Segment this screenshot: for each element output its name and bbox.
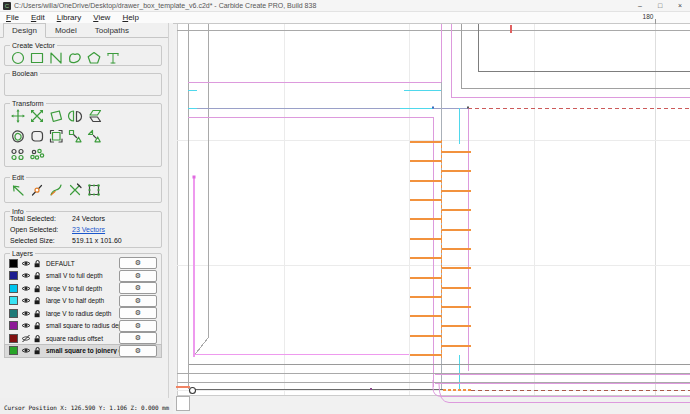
align-tool-icon[interactable] <box>67 128 83 144</box>
fillet-tool-icon[interactable] <box>29 128 45 144</box>
window-controls: – □ × <box>630 0 690 11</box>
lock-icon[interactable] <box>33 346 42 355</box>
align-distribute-tool-icon[interactable] <box>86 128 102 144</box>
trim-tool-icon[interactable] <box>48 128 64 144</box>
eye-visible-icon[interactable] <box>21 271 31 280</box>
scale-tool-icon[interactable] <box>29 108 45 124</box>
title-bar: C C:/Users/willa/OneDrive/Desktop/drawer… <box>0 0 690 12</box>
lock-icon[interactable] <box>33 284 42 293</box>
polygon-tool-icon[interactable] <box>86 50 102 66</box>
layer-color-swatch[interactable] <box>9 309 18 318</box>
curve-tool-icon[interactable] <box>67 50 83 66</box>
flip-tool-icon[interactable] <box>86 108 102 124</box>
lock-icon[interactable] <box>33 259 42 268</box>
ruler-tick <box>655 19 656 24</box>
eye-hidden-icon[interactable] <box>21 334 31 343</box>
lock-icon[interactable] <box>33 321 42 330</box>
select-tool-icon[interactable] <box>10 182 26 198</box>
eye-visible-icon[interactable] <box>21 296 31 305</box>
window-title: C:/Users/willa/OneDrive/Desktop/drawer_b… <box>14 2 316 9</box>
node-edit-tool-icon[interactable] <box>29 182 45 198</box>
lock-icon[interactable] <box>33 271 42 280</box>
curve-edit-tool-icon[interactable] <box>48 182 64 198</box>
layer-color-swatch[interactable] <box>9 346 18 355</box>
layer-row[interactable]: DEFAULT ⚙ <box>5 257 161 270</box>
gear-button[interactable]: ⚙ <box>119 257 157 269</box>
tab-model[interactable]: Model <box>46 23 86 38</box>
open-vectors-link[interactable]: 23 Vectors <box>72 226 105 234</box>
lock-icon[interactable] <box>33 334 42 343</box>
layer-color-swatch[interactable] <box>9 284 18 293</box>
edit-section: Edit <box>4 177 162 203</box>
eye-visible-icon[interactable] <box>21 309 31 318</box>
gear-button[interactable]: ⚙ <box>119 320 157 332</box>
layer-row[interactable]: small square to joinery depth ⚙ <box>5 345 161 358</box>
gear-button[interactable]: ⚙ <box>119 307 157 319</box>
layer-color-swatch[interactable] <box>9 334 18 343</box>
section-title: Transform <box>10 99 46 108</box>
app-icon: C <box>3 2 11 10</box>
menu-view[interactable]: View <box>87 13 116 22</box>
canvas-drawing <box>173 12 690 414</box>
layer-color-swatch[interactable] <box>9 321 18 330</box>
maximize-button[interactable]: □ <box>650 0 670 11</box>
polyline-tool-icon[interactable] <box>48 50 64 66</box>
layer-color-swatch[interactable] <box>9 259 18 268</box>
section-title: Boolean <box>10 69 40 78</box>
info-selected-size: Selected Size: 519.11 x 101.60 <box>10 237 161 245</box>
eye-visible-icon[interactable] <box>21 321 31 330</box>
transform-section: Transform <box>4 103 162 167</box>
move-tool-icon[interactable] <box>10 108 26 124</box>
layers-list: DEFAULT ⚙ small V to full depth ⚙ large … <box>5 254 161 357</box>
mirror-tool-icon[interactable] <box>67 108 83 124</box>
gear-button[interactable]: ⚙ <box>119 345 157 357</box>
lock-icon[interactable] <box>33 309 42 318</box>
layers-section: Layers DEFAULT ⚙ small V to full depth ⚙ <box>4 253 162 357</box>
text-tool-icon[interactable] <box>105 50 121 66</box>
layer-name: small square to radius depth <box>46 322 119 329</box>
create-vector-section: Create Vector <box>4 45 162 66</box>
info-total-selected: Total Selected: 24 Vectors <box>10 215 161 223</box>
array-circular-tool-icon[interactable] <box>29 148 45 161</box>
layer-row[interactable]: large V to half depth ⚙ <box>5 295 161 308</box>
boundary-tool-icon[interactable] <box>86 182 102 198</box>
eye-visible-icon[interactable] <box>21 259 31 268</box>
section-title: Info <box>10 207 26 216</box>
circle-tool-icon[interactable] <box>10 50 26 66</box>
layer-name: large V to full depth <box>46 285 119 292</box>
menu-library[interactable]: Library <box>51 13 87 22</box>
section-title: Create Vector <box>10 41 57 50</box>
design-canvas[interactable]: 180 <box>173 12 690 414</box>
layer-row[interactable]: large V to full depth ⚙ <box>5 282 161 295</box>
gear-button[interactable]: ⚙ <box>119 282 157 294</box>
menu-file[interactable]: File <box>0 13 25 22</box>
layer-row[interactable]: small square to radius depth ⚙ <box>5 320 161 333</box>
eye-visible-icon[interactable] <box>21 284 31 293</box>
lock-icon[interactable] <box>33 296 42 305</box>
menu-help[interactable]: Help <box>116 13 144 22</box>
cursor-position-readout: Cursor Position X: 126.590 Y: 1.106 Z: 0… <box>4 404 169 411</box>
menu-edit[interactable]: Edit <box>25 13 51 22</box>
ruler-value-label: 180 <box>634 13 662 20</box>
layer-name: square radius offset <box>46 335 119 342</box>
layer-name: large V to half depth <box>46 297 119 304</box>
gear-button[interactable]: ⚙ <box>119 270 157 282</box>
layer-row[interactable]: square radius offset ⚙ <box>5 332 161 345</box>
rectangle-tool-icon[interactable] <box>29 50 45 66</box>
layer-row[interactable]: large V to radius depth ⚙ <box>5 307 161 320</box>
tab-toolpaths[interactable]: Toolpaths <box>86 23 138 38</box>
rotate-tool-icon[interactable] <box>48 108 64 124</box>
layer-color-swatch[interactable] <box>9 271 18 280</box>
gear-button[interactable]: ⚙ <box>119 332 157 344</box>
layer-row[interactable]: small V to full depth ⚙ <box>5 270 161 283</box>
minimize-button[interactable]: – <box>630 0 650 11</box>
cut-vector-tool-icon[interactable] <box>67 182 83 198</box>
close-button[interactable]: × <box>670 0 690 11</box>
tab-design[interactable]: Design <box>3 23 46 38</box>
eye-visible-icon[interactable] <box>21 346 31 355</box>
design-panel: Design Model Toolpaths Create Vector Boo… <box>0 23 169 414</box>
gear-button[interactable]: ⚙ <box>119 295 157 307</box>
layer-color-swatch[interactable] <box>9 296 18 305</box>
array-grid-tool-icon[interactable] <box>10 148 26 161</box>
offset-tool-icon[interactable] <box>10 128 26 144</box>
